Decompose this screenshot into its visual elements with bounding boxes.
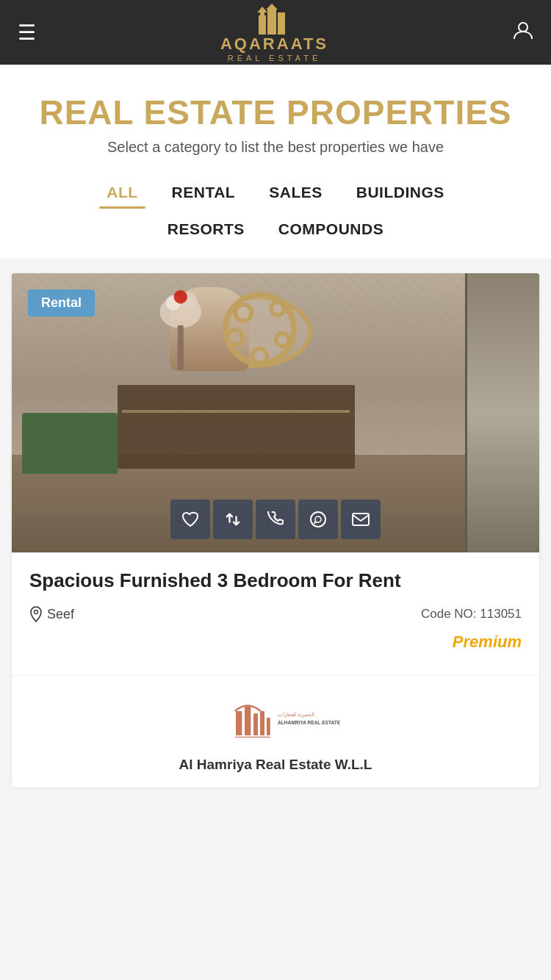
svg-rect-3 bbox=[260, 12, 264, 15]
svg-rect-11 bbox=[178, 325, 184, 370]
brand-name: AQARAATS bbox=[220, 35, 328, 54]
tab-sales[interactable]: SALES bbox=[256, 178, 336, 207]
svg-text:الحمرية للعقارات: الحمرية للعقارات bbox=[278, 712, 314, 718]
svg-rect-23 bbox=[253, 713, 258, 735]
svg-rect-19 bbox=[353, 514, 369, 525]
svg-point-6 bbox=[519, 23, 527, 32]
svg-marker-5 bbox=[266, 4, 278, 10]
header: ☰ AQARAATS REAL ESTATE bbox=[0, 0, 551, 65]
premium-badge: Premium bbox=[29, 633, 522, 652]
tab-row-2: RESORTS COMPOUNDS bbox=[15, 215, 536, 244]
tab-compounds[interactable]: COMPOUNDS bbox=[265, 215, 397, 244]
svg-rect-2 bbox=[278, 12, 285, 35]
user-icon[interactable] bbox=[513, 20, 533, 46]
svg-point-17 bbox=[252, 348, 267, 363]
property-info: Spacious Furnished 3 Bedroom For Rent Se… bbox=[12, 552, 539, 676]
svg-point-16 bbox=[276, 333, 289, 346]
menu-icon[interactable]: ☰ bbox=[18, 21, 36, 45]
svg-point-13 bbox=[235, 304, 251, 320]
agent-logo: الحمرية للعقارات ALHAMRIYA REAL ESTATE bbox=[209, 691, 342, 749]
brand-logo[interactable]: AQARAATS REAL ESTATE bbox=[220, 2, 328, 62]
svg-rect-21 bbox=[236, 711, 242, 735]
svg-marker-4 bbox=[257, 7, 267, 12]
svg-rect-28 bbox=[235, 737, 270, 738]
page-title: REAL ESTATE PROPERTIES bbox=[15, 94, 536, 131]
listings-area: Rental bbox=[0, 259, 551, 818]
tab-row-1: ALL RENTAL SALES BUILDINGS bbox=[15, 178, 536, 207]
svg-point-15 bbox=[228, 330, 242, 345]
whatsapp-button[interactable] bbox=[298, 500, 338, 539]
location-text: Seef bbox=[47, 607, 74, 622]
tab-all[interactable]: ALL bbox=[93, 178, 151, 207]
property-image: Rental bbox=[12, 273, 539, 552]
location-icon bbox=[29, 606, 43, 622]
svg-text:ALHAMRIYA REAL ESTATE: ALHAMRIYA REAL ESTATE bbox=[278, 720, 341, 725]
svg-point-20 bbox=[35, 610, 38, 614]
svg-rect-1 bbox=[267, 10, 276, 35]
tab-resorts[interactable]: RESORTS bbox=[154, 215, 258, 244]
agent-section: الحمرية للعقارات ALHAMRIYA REAL ESTATE A… bbox=[12, 675, 539, 788]
svg-point-14 bbox=[271, 302, 284, 315]
brand-subtitle: REAL ESTATE bbox=[228, 54, 322, 62]
tab-buildings[interactable]: BUILDINGS bbox=[343, 178, 458, 207]
compare-button[interactable] bbox=[213, 500, 253, 539]
svg-rect-0 bbox=[259, 15, 266, 35]
property-card: Rental bbox=[12, 273, 539, 788]
svg-rect-25 bbox=[267, 718, 270, 735]
call-button[interactable] bbox=[256, 500, 295, 539]
tab-rental[interactable]: RENTAL bbox=[159, 178, 249, 207]
email-button[interactable] bbox=[341, 500, 381, 539]
property-meta: Seef Code NO: 113051 bbox=[29, 606, 522, 622]
svg-point-18 bbox=[311, 512, 325, 527]
property-code: Code NO: 113051 bbox=[421, 607, 522, 621]
property-actions bbox=[170, 500, 381, 539]
favorite-button[interactable] bbox=[170, 500, 210, 539]
svg-rect-22 bbox=[245, 707, 251, 735]
agent-name: Al Hamriya Real Estate W.L.L bbox=[179, 757, 372, 773]
rental-badge: Rental bbox=[28, 289, 95, 317]
page-subtitle: Select a category to list the best prope… bbox=[15, 139, 536, 156]
logo-icon bbox=[257, 2, 292, 35]
property-title: Spacious Furnished 3 Bedroom For Rent bbox=[29, 569, 522, 594]
property-location: Seef bbox=[29, 606, 74, 622]
hero-section: REAL ESTATE PROPERTIES Select a category… bbox=[0, 65, 551, 259]
svg-rect-24 bbox=[260, 711, 264, 735]
